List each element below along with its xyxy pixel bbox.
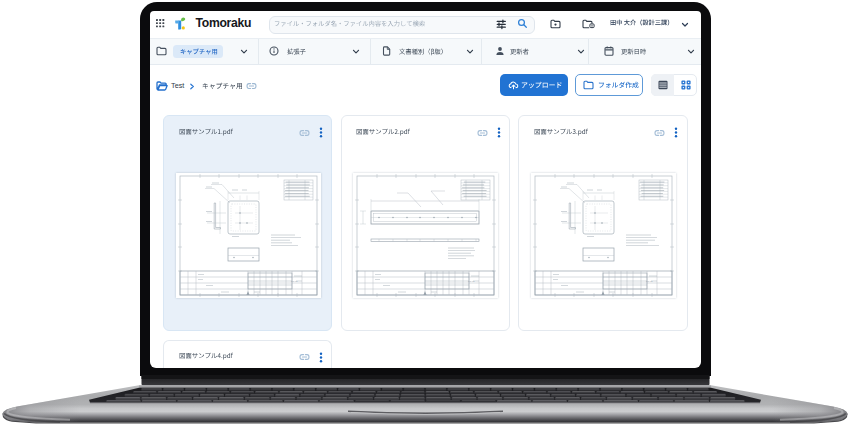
svg-text:ST-01: ST-01 (646, 280, 653, 283)
svg-text:ST-01: ST-01 (291, 280, 298, 283)
svg-text:ST-01: ST-01 (468, 280, 475, 283)
